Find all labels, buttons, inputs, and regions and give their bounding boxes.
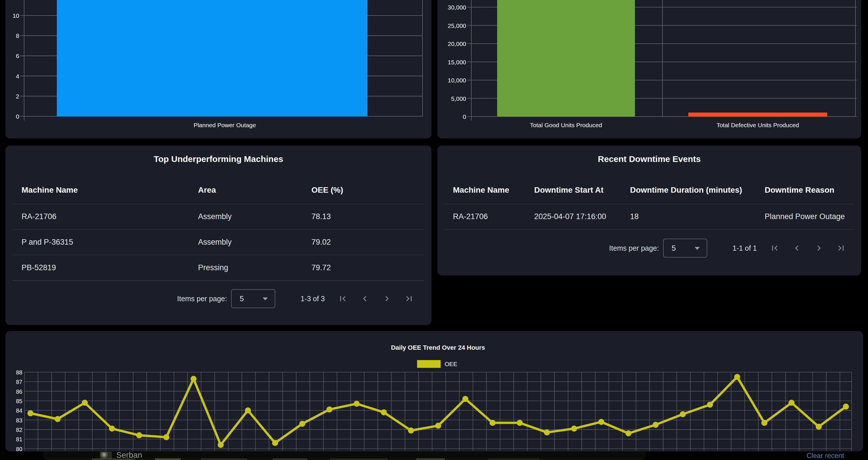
chevron-down-icon	[262, 298, 268, 300]
clear-recent-link[interactable]: Clear recent	[807, 452, 844, 460]
svg-text:25,000: 25,000	[448, 22, 466, 29]
svg-text:83: 83	[16, 417, 22, 424]
table-divider	[12, 229, 425, 230]
svg-text:10: 10	[12, 12, 19, 19]
table-divider	[12, 280, 425, 281]
background-window-fragment	[416, 458, 445, 460]
svg-text:82: 82	[16, 427, 22, 433]
previous-page-icon[interactable]	[360, 294, 370, 304]
downtime-by-reason-chart: 0246810Planned Power Outage	[5, 0, 431, 139]
items-per-page-select[interactable]: 5	[663, 239, 707, 257]
cell-oee: 79.72	[311, 263, 331, 272]
background-desktop-strip: Serban Clear recent	[0, 451, 868, 460]
next-page-icon[interactable]	[814, 243, 824, 253]
column-header-machine-name: Machine Name	[453, 185, 509, 195]
cell-oee: 78.13	[311, 212, 331, 221]
items-per-page-label: Items per page:	[177, 295, 227, 303]
daily-oee-trend-card: Daily OEE Trend Over 24 Hours OEE 808182…	[5, 331, 863, 451]
background-window-fragment	[92, 458, 135, 460]
table-divider	[444, 204, 854, 205]
svg-text:81: 81	[16, 436, 22, 442]
items-per-page-label: Items per page:	[609, 244, 659, 252]
svg-text:Total Good Units Produced: Total Good Units Produced	[530, 122, 602, 128]
cell-machine-name: RA-21706	[453, 212, 488, 221]
chevron-down-icon	[694, 247, 700, 250]
items-per-page-value: 5	[672, 244, 676, 253]
downtime-by-reason-card: 0246810Planned Power Outage	[5, 0, 431, 139]
column-header-machine-name: Machine Name	[22, 185, 78, 195]
table-divider	[12, 204, 425, 205]
cell-area: Assembly	[198, 238, 231, 247]
first-page-icon[interactable]	[338, 294, 348, 304]
cell-oee: 79.02	[311, 238, 331, 247]
table-divider	[444, 229, 854, 230]
svg-text:86: 86	[16, 389, 22, 395]
svg-text:5,000: 5,000	[451, 95, 466, 102]
card-title: Top Underperforming Machines	[5, 154, 431, 164]
svg-text:6: 6	[16, 53, 19, 59]
units-produced-card: 05,00010,00015,00020,00025,00030,000Tota…	[437, 0, 861, 139]
background-window-fragment	[155, 458, 181, 460]
column-header-downtime-duration: Downtime Duration (minutes)	[630, 185, 742, 195]
cell-downtime-reason: Planned Power Outage	[765, 212, 845, 221]
next-page-icon[interactable]	[382, 294, 392, 304]
last-page-icon[interactable]	[836, 243, 846, 253]
svg-text:85: 85	[16, 398, 22, 404]
cell-machine-name: PB-52819	[22, 263, 56, 272]
column-header-downtime-start: Downtime Start At	[534, 185, 603, 195]
manufacturing-dashboard: { "page": { "background": "#000000", "ca…	[0, 0, 868, 460]
cell-area: Pressing	[198, 263, 228, 272]
cell-machine-name: RA-21706	[22, 212, 57, 221]
recent-downtime-events-card: Recent Downtime Events Machine Name Down…	[437, 146, 861, 275]
svg-text:Planned Power Outage: Planned Power Outage	[193, 122, 256, 128]
items-per-page-value: 5	[240, 294, 244, 303]
last-page-icon[interactable]	[404, 294, 414, 304]
svg-text:15,000: 15,000	[448, 59, 466, 65]
units-produced-chart: 05,00010,00015,00020,00025,00030,000Tota…	[437, 0, 861, 139]
cell-machine-name: P and P-36315	[22, 238, 73, 247]
cell-downtime-start: 2025-04-07 17:16:00	[534, 212, 606, 221]
svg-text:84: 84	[16, 407, 22, 414]
svg-text:30,000: 30,000	[448, 4, 466, 11]
column-header-downtime-reason: Downtime Reason	[765, 185, 834, 195]
column-header-area: Area	[198, 185, 216, 195]
cell-downtime-duration: 18	[630, 212, 639, 221]
svg-text:80: 80	[16, 446, 22, 452]
previous-page-icon[interactable]	[792, 243, 802, 253]
cell-area: Assembly	[198, 212, 231, 221]
svg-text:2: 2	[16, 93, 19, 100]
paginator-range-label: 1-1 of 1	[733, 244, 757, 252]
background-window-fragment	[330, 458, 388, 460]
background-window-fragment	[488, 458, 539, 460]
card-title: Recent Downtime Events	[437, 154, 861, 164]
background-window-fragment	[201, 458, 247, 460]
svg-text:88: 88	[16, 369, 22, 375]
svg-text:10,000: 10,000	[448, 77, 466, 84]
svg-text:4: 4	[16, 73, 19, 80]
svg-text:Total Defective Units Produced: Total Defective Units Produced	[716, 122, 799, 128]
first-page-icon[interactable]	[770, 243, 780, 253]
svg-text:8: 8	[16, 32, 19, 39]
svg-text:87: 87	[16, 379, 22, 385]
items-per-page-select[interactable]: 5	[231, 289, 275, 308]
table-divider	[12, 255, 425, 255]
background-window-fragment	[273, 458, 307, 460]
svg-text:0: 0	[463, 114, 466, 120]
paginator-range-label: 1-3 of 3	[301, 295, 325, 303]
column-header-oee: OEE (%)	[311, 185, 343, 195]
svg-text:0: 0	[16, 113, 19, 120]
svg-text:20,000: 20,000	[448, 40, 466, 47]
daily-oee-trend-chart: 808182838485868788	[5, 331, 863, 451]
underperforming-machines-card: Top Underperforming Machines Machine Nam…	[5, 146, 431, 325]
